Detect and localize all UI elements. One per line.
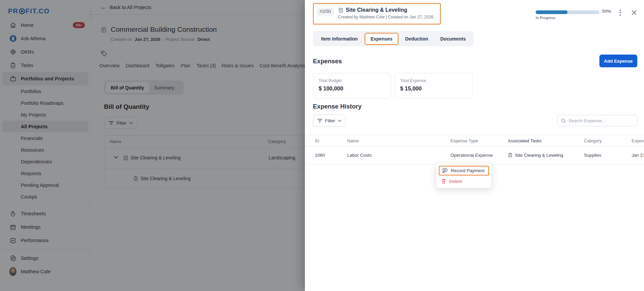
add-expense-button[interactable]: Add Expense xyxy=(599,55,637,67)
kebab-menu-icon[interactable] xyxy=(616,9,624,17)
trash-icon xyxy=(441,178,446,184)
delete-menu-item[interactable]: Delete xyxy=(439,177,489,186)
status-text: In Progress xyxy=(536,16,555,20)
item-id-badge: #1031 xyxy=(317,8,334,16)
filter-icon xyxy=(317,119,322,123)
col-expense-date: Expense Date xyxy=(632,138,644,143)
card-label: Total Budget xyxy=(319,78,385,83)
item-tab-bar: Item Information Expenses Deduction Docu… xyxy=(313,31,474,46)
expense-associated-task: Site Clearing & Leveling xyxy=(508,153,563,158)
item-subtitle: Created by Matthew Cole | Created on Jan… xyxy=(338,15,433,19)
card-value: $ 15,000 xyxy=(400,85,467,92)
progress-percent: 50% xyxy=(602,9,611,14)
col-expense-type: Expense Type xyxy=(450,138,478,143)
row-context-menu: Record Payment Delete xyxy=(436,163,492,188)
expense-table-header: ID Name Expense Type Associated Tasks Ca… xyxy=(305,135,644,146)
expense-name: Labor Costs xyxy=(347,153,372,158)
table-row[interactable]: 1060 Labor Costs Operational Expense Sit… xyxy=(305,146,644,165)
app-root: PR FIT.CO Home 99+ Ask Athena OKRs Tasks xyxy=(0,0,644,291)
tab-expenses[interactable]: Expenses xyxy=(365,33,398,45)
tab-item-information[interactable]: Item Information xyxy=(316,33,363,44)
record-payment-menu-item[interactable]: Record Payment xyxy=(439,166,489,175)
task-check-icon xyxy=(508,153,513,158)
invoice-icon xyxy=(338,7,343,13)
search-input[interactable] xyxy=(569,118,634,123)
item-header-annotated: #1031 Site Clearing & Leveling Created b… xyxy=(313,3,441,24)
search-icon xyxy=(561,118,566,123)
delete-label: Delete xyxy=(449,179,462,184)
col-associated-tasks: Associated Tasks xyxy=(508,138,541,143)
filter-label: Filter xyxy=(325,118,335,123)
progress-bar xyxy=(536,10,599,14)
expense-date: Jan 27, 2026 xyxy=(632,153,644,158)
tab-deduction[interactable]: Deduction xyxy=(400,33,433,44)
col-name: Name xyxy=(347,138,359,143)
card-label: Total Expense xyxy=(400,78,467,83)
record-payment-label: Record Payment xyxy=(451,168,485,173)
total-budget-card: Total Budget $ 100,000 xyxy=(313,73,391,98)
expense-search xyxy=(557,115,637,126)
modal-backdrop[interactable] xyxy=(0,0,305,291)
total-expense-card: Total Expense $ 15,000 xyxy=(394,73,473,98)
chevron-down-icon xyxy=(338,120,341,122)
col-category: Category xyxy=(584,138,602,143)
tab-documents[interactable]: Documents xyxy=(435,33,471,44)
card-value: $ 100,000 xyxy=(319,85,385,92)
task-label: Site Clearing & Leveling xyxy=(515,153,563,158)
expense-filter-button[interactable]: Filter xyxy=(313,115,346,127)
expense-category: Supplies xyxy=(584,153,601,158)
col-id: ID xyxy=(315,138,319,143)
expense-summary-cards: Total Budget $ 100,000 Total Expense $ 1… xyxy=(313,73,473,98)
expense-history-heading: Expense History xyxy=(313,103,362,110)
record-payment-icon xyxy=(442,168,448,173)
expense-type: Operational Expense xyxy=(450,153,493,158)
progress-fill xyxy=(536,10,568,14)
expense-id: 1060 xyxy=(315,153,325,158)
expenses-heading: Expenses xyxy=(313,58,342,65)
item-title: Site Clearing & Leveling xyxy=(346,7,407,13)
close-icon[interactable] xyxy=(630,8,638,17)
expense-detail-panel: #1031 Site Clearing & Leveling Created b… xyxy=(305,0,644,291)
